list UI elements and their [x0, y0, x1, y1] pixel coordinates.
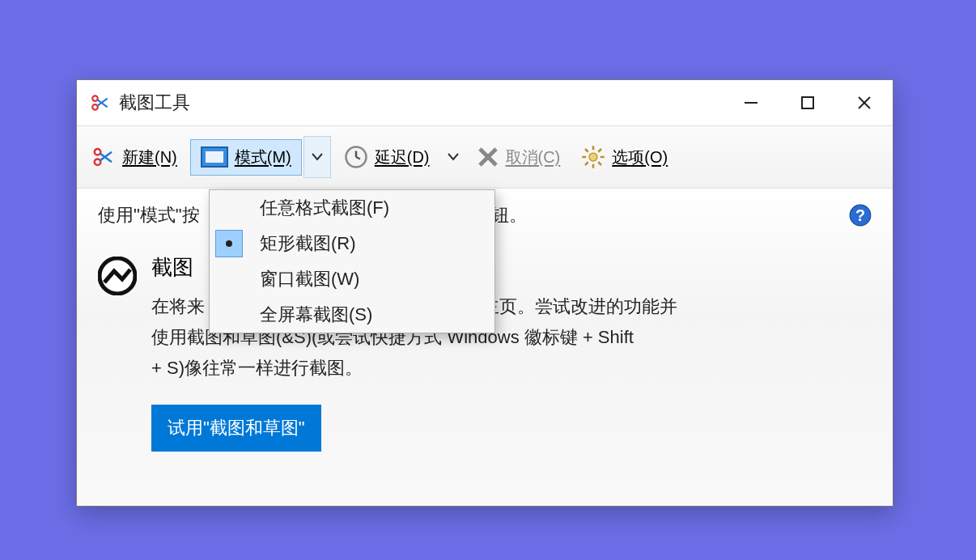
delay-label: 延迟(D) — [375, 146, 430, 168]
cancel-label: 取消(C) — [506, 146, 561, 168]
svg-line-20 — [585, 149, 588, 152]
minimize-button[interactable] — [723, 80, 779, 125]
mode-dropdown-arrow[interactable] — [303, 136, 331, 178]
mode-option-label: 窗口截图(W) — [248, 267, 359, 291]
delay-button[interactable]: 延迟(D) — [336, 138, 438, 176]
chevron-down-icon — [312, 153, 323, 161]
maximize-button[interactable] — [779, 80, 836, 125]
mode-dropdown-menu: 任意格式截图(F) 矩形截图(R) 窗口截图(W) 全屏幕截图(S) — [209, 189, 495, 333]
svg-line-23 — [599, 149, 602, 152]
svg-line-21 — [599, 162, 602, 165]
rectangle-mode-icon — [201, 146, 228, 168]
app-scissors-icon — [90, 92, 111, 113]
svg-rect-9 — [206, 151, 223, 163]
clock-icon — [344, 145, 368, 169]
mode-option-label: 矩形截图(R) — [248, 231, 356, 256]
svg-point-15 — [589, 153, 597, 161]
mode-option-label: 任意格式截图(F) — [248, 196, 389, 220]
options-label: 选项(O) — [612, 146, 668, 168]
new-label: 新建(N) — [122, 146, 177, 168]
mode-label: 模式(M) — [235, 146, 291, 168]
mode-button[interactable]: 模式(M) — [190, 139, 302, 176]
svg-line-22 — [585, 162, 588, 165]
x-icon — [477, 146, 499, 168]
cancel-button[interactable]: 取消(C) — [469, 139, 569, 175]
mode-option-rectangle[interactable]: 矩形截图(R) — [210, 226, 494, 261]
chevron-down-icon[interactable] — [443, 153, 464, 161]
titlebar: 截图工具 — [77, 80, 893, 125]
bullet-icon — [226, 240, 232, 247]
scissors-icon — [91, 145, 116, 169]
snipping-tool-window: 截图工具 新建(N) 模式 — [76, 79, 893, 507]
hint-text-right: 钮。 — [491, 203, 527, 227]
svg-text:?: ? — [855, 206, 865, 224]
hint-text-left: 使用"模式"按 — [98, 203, 200, 227]
svg-rect-3 — [802, 97, 813, 108]
window-title: 截图工具 — [119, 91, 190, 115]
try-snip-sketch-button[interactable]: 试用"截图和草图" — [151, 405, 321, 452]
close-button[interactable] — [836, 80, 893, 125]
snip-sketch-logo-icon — [98, 257, 137, 295]
gear-icon — [581, 145, 605, 169]
mode-option-fullscreen[interactable]: 全屏幕截图(S) — [210, 297, 494, 333]
help-icon[interactable]: ? — [849, 204, 872, 227]
mode-option-freeform[interactable]: 任意格式截图(F) — [210, 190, 494, 226]
options-button[interactable]: 选项(O) — [573, 138, 676, 176]
toolbar: 新建(N) 模式(M) 延迟(D) 取消(C) — [77, 125, 893, 189]
mode-option-window[interactable]: 窗口截图(W) — [210, 261, 494, 297]
new-snip-button[interactable]: 新建(N) — [83, 138, 185, 176]
mode-option-label: 全屏幕截图(S) — [248, 303, 372, 327]
